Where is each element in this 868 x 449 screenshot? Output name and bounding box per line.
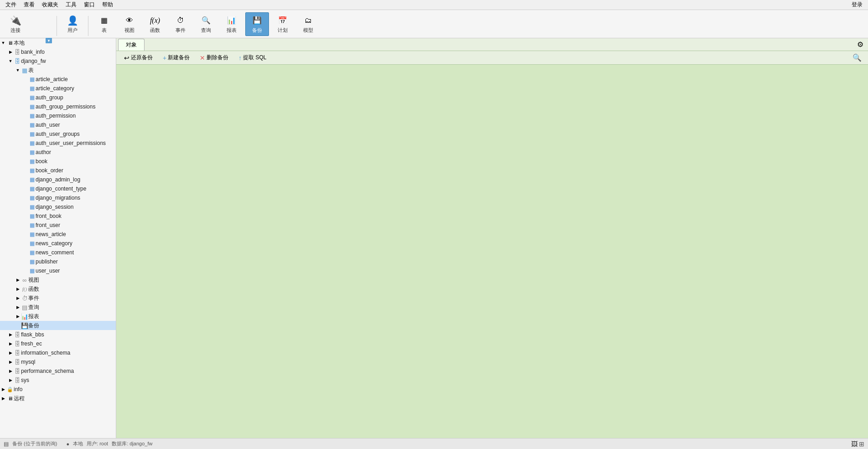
sidebar-table-article_category[interactable]: ▦ article_category xyxy=(0,84,116,93)
sidebar-group-views[interactable]: ▶ ∞ 视图 xyxy=(0,275,116,284)
sidebar-item-flask_bbs[interactable]: ▶ 🗄 flask_bbs xyxy=(0,330,116,339)
content-search-icon[interactable]: 🔍 xyxy=(850,53,864,62)
tool-backup[interactable]: 💾 备份 xyxy=(245,12,269,36)
query-icon: 🔍 xyxy=(200,15,212,26)
sidebar-group-queries[interactable]: ▶ ▤ 查询 xyxy=(0,303,116,312)
sidebar-table-django_migrations[interactable]: ▦ django_migrations xyxy=(0,193,116,202)
content-body xyxy=(116,65,868,438)
sidebar-item-fresh_ec[interactable]: ▶ 🗄 fresh_ec xyxy=(0,339,116,348)
table-name-label: auth_group_permissions xyxy=(36,103,116,110)
login-button[interactable]: 登录 xyxy=(848,0,866,10)
tool-func[interactable]: f(x) 函数 xyxy=(143,12,167,36)
sidebar-item-mysql[interactable]: ▶ 🗄 mysql xyxy=(0,357,116,366)
sidebar-local-header[interactable]: ▼ 🖥 本地 xyxy=(0,38,116,47)
bank-info-toggle: ▶ xyxy=(7,50,14,54)
sidebar-table-user_user[interactable]: ▦ user_user xyxy=(0,266,116,275)
report-icon: 📊 xyxy=(225,15,238,26)
sidebar-table-news_category[interactable]: ▦ news_category xyxy=(0,239,116,248)
django-fw-toggle: ▼ xyxy=(7,59,14,63)
delete-backup-btn[interactable]: ✕ 删除备份 xyxy=(196,52,232,63)
restore-backup-btn[interactable]: ↩ 还原备份 xyxy=(120,52,157,63)
table-row-icon: ▦ xyxy=(28,85,36,92)
tool-view[interactable]: 👁 视图 xyxy=(118,12,141,36)
sidebar-group-funcs[interactable]: ▶ f() 函数 xyxy=(0,284,116,294)
menu-item-file[interactable]: 文件 xyxy=(2,0,20,10)
table-row-icon: ▦ xyxy=(28,103,36,110)
events-icon: ⏱ xyxy=(21,295,28,302)
tab-bar-right: ⚙ xyxy=(854,40,866,49)
sidebar-table-django_admin_log[interactable]: ▦ django_admin_log xyxy=(0,175,116,184)
tool-event[interactable]: ⏱ 事件 xyxy=(169,12,192,36)
status-text: 备份 (位于当前的询) xyxy=(12,440,57,447)
menu-item-view[interactable]: 查看 xyxy=(20,0,38,10)
sidebar-group-events[interactable]: ▶ ⏱ 事件 xyxy=(0,294,116,303)
menu-item-window[interactable]: 窗口 xyxy=(80,0,98,10)
tool-report[interactable]: 📊 报表 xyxy=(220,12,243,36)
sidebar-table-auth_permission[interactable]: ▦ auth_permission xyxy=(0,111,116,120)
sidebar-table-django_session[interactable]: ▦ django_session xyxy=(0,202,116,212)
extract-sql-btn[interactable]: ↑ 提取 SQL xyxy=(234,52,270,63)
tab-object[interactable]: 对象 xyxy=(118,39,145,51)
filter-icon[interactable]: ⚙ xyxy=(854,40,866,49)
mysql-toggle: ▶ xyxy=(7,360,14,364)
status-local: 本地 xyxy=(73,440,83,447)
sidebar-table-publisher[interactable]: ▦ publisher xyxy=(0,257,116,266)
sidebar-table-author[interactable]: ▦ author xyxy=(0,148,116,157)
table-row-icon: ▦ xyxy=(28,158,36,165)
sidebar-table-auth_group[interactable]: ▦ auth_group xyxy=(0,93,116,102)
django-fw-label: django_fw xyxy=(21,58,116,64)
sidebar-group-reports[interactable]: ▶ 📊 报表 xyxy=(0,312,116,321)
layout-icon-1[interactable]: 🖼 xyxy=(851,440,858,448)
sidebar-table-django_content_type[interactable]: ▦ django_content_type xyxy=(0,184,116,193)
new-backup-btn[interactable]: + 新建备份 xyxy=(159,52,194,63)
tool-table[interactable]: ▦ 表 xyxy=(92,12,116,36)
sidebar-item-performance_schema[interactable]: ▶ 🗄 performance_schema xyxy=(0,366,116,376)
tables-group-icon: ▦ xyxy=(21,67,28,74)
sidebar-table-auth_group_permissions[interactable]: ▦ auth_group_permissions xyxy=(0,102,116,111)
sidebar-table-book[interactable]: ▦ book xyxy=(0,157,116,166)
info-toggle: ▶ xyxy=(0,387,6,392)
sidebar-group-tables[interactable]: ▼ ▦ 表 xyxy=(0,66,116,75)
queries-toggle: ▶ xyxy=(15,305,21,310)
views-toggle: ▶ xyxy=(15,278,21,282)
status-right-icons: 🖼 ⊞ xyxy=(851,440,864,448)
sidebar-table-auth_user_groups[interactable]: ▦ auth_user_groups xyxy=(0,129,116,139)
status-bar: ▤ 备份 (位于当前的询) ● 本地 用户: root 数据库: django_… xyxy=(0,438,868,449)
content-panel: 对象 ⚙ ↩ 还原备份 + 新建备份 ✕ 删除备份 ↑ 提取 SQL xyxy=(116,38,868,438)
tool-backup-label: 备份 xyxy=(252,27,262,34)
sidebar-table-news_comment[interactable]: ▦ news_comment xyxy=(0,248,116,257)
tool-user-label: 用户 xyxy=(67,27,78,34)
tool-connect[interactable]: 🔌 连接 xyxy=(4,12,27,36)
sidebar-group-backups[interactable]: 💾 备份 xyxy=(0,321,116,330)
sidebar-table-auth_user[interactable]: ▦ auth_user xyxy=(0,120,116,129)
sidebar-item-bank_info[interactable]: ▶ 🗄 bank_info xyxy=(0,47,116,57)
table-row-icon: ▦ xyxy=(28,258,36,265)
sidebar-table-article_article[interactable]: ▦ article_article xyxy=(0,75,116,84)
tool-view-label: 视图 xyxy=(124,27,134,34)
db-open-icon: 🗄 xyxy=(14,58,21,65)
tool-model[interactable]: 🗂 模型 xyxy=(296,12,320,36)
menu-bar: 文件 查看 收藏夹 工具 窗口 帮助 登录 xyxy=(0,0,868,10)
menu-item-help[interactable]: 帮助 xyxy=(98,0,117,10)
layout-icon-2[interactable]: ⊞ xyxy=(859,440,864,448)
menu-item-tools[interactable]: 工具 xyxy=(62,0,80,10)
sidebar-remote-header[interactable]: ▶ 🖥 远程 xyxy=(0,394,116,403)
events-toggle: ▶ xyxy=(15,296,21,300)
sidebar-item-info[interactable]: ▶ 🔒 info xyxy=(0,385,116,394)
sidebar-table-front_book[interactable]: ▦ front_book xyxy=(0,212,116,221)
perf-schema-toggle: ▶ xyxy=(7,369,14,373)
sidebar-item-information_schema[interactable]: ▶ 🗄 information_schema xyxy=(0,348,116,357)
sidebar-table-front_user[interactable]: ▦ front_user xyxy=(0,221,116,230)
sidebar-item-sys[interactable]: ▶ 🗄 sys xyxy=(0,376,116,385)
connect-dropdown[interactable]: ▼ xyxy=(46,38,52,43)
db-icon: 🗄 xyxy=(14,377,21,384)
menu-item-favorites[interactable]: 收藏夹 xyxy=(38,0,62,10)
sidebar-item-django_fw[interactable]: ▼ 🗄 django_fw xyxy=(0,57,116,66)
sidebar-table-auth_user_user_permissions[interactable]: ▦ auth_user_user_permissions xyxy=(0,139,116,148)
table-name-label: auth_permission xyxy=(36,113,116,119)
tool-query[interactable]: 🔍 查询 xyxy=(194,12,218,36)
sidebar-table-book_order[interactable]: ▦ book_order xyxy=(0,166,116,175)
tool-plan[interactable]: 📅 计划 xyxy=(271,12,294,36)
tool-user[interactable]: 👤 用户 xyxy=(61,12,84,36)
sidebar-table-news_article[interactable]: ▦ news_article xyxy=(0,230,116,239)
